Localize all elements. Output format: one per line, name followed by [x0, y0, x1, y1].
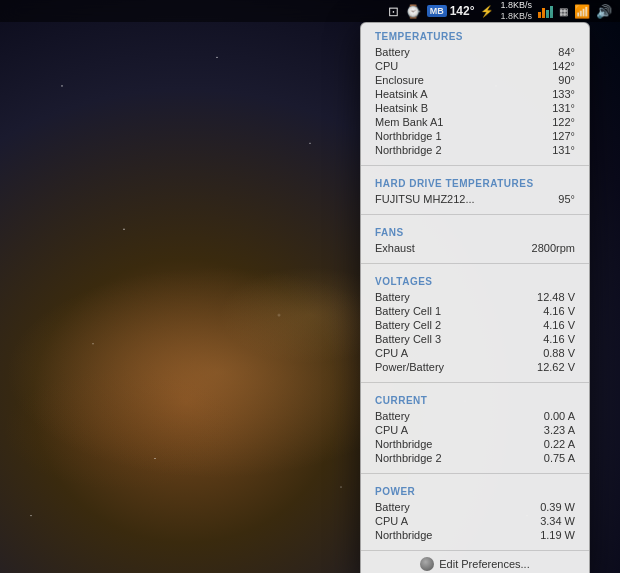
battery-cell1-value: 4.16 V — [525, 305, 575, 317]
table-row: CPU A 0.88 V — [375, 346, 575, 360]
power-battery-label: Power/Battery — [375, 361, 444, 373]
table-row: Battery Cell 3 4.16 V — [375, 332, 575, 346]
power-battery-value: 12.62 V — [525, 361, 575, 373]
voltages-header: VOLTAGES — [375, 276, 575, 287]
table-row: FUJITSU MHZ212... 95° — [375, 192, 575, 206]
fujitsu-value: 95° — [525, 193, 575, 205]
battery-cell1-label: Battery Cell 1 — [375, 305, 441, 317]
northbridge-power-value: 1.19 W — [525, 529, 575, 541]
table-row: Northbridge 2 0.75 A — [375, 451, 575, 465]
table-row: Power/Battery 12.62 V — [375, 360, 575, 374]
edit-preferences-button[interactable]: Edit Preferences... — [361, 550, 589, 573]
menubar-display-icon: ⌚ — [405, 4, 421, 19]
table-row: Enclosure 90° — [375, 73, 575, 87]
divider-2 — [361, 214, 589, 215]
northbridge2-temp-value: 131° — [525, 144, 575, 156]
battery-cell3-value: 4.16 V — [525, 333, 575, 345]
divider-3 — [361, 263, 589, 264]
battery-current-label: Battery — [375, 410, 410, 422]
northbridge-current-label: Northbridge — [375, 438, 432, 450]
divider-4 — [361, 382, 589, 383]
battery-temp-value: 84° — [525, 46, 575, 58]
current-section: CURRENT Battery 0.00 A CPU A 3.23 A Nort… — [361, 387, 589, 469]
table-row: Northbridge 2 131° — [375, 143, 575, 157]
fans-header: FANS — [375, 227, 575, 238]
cpu-a-current-value: 3.23 A — [525, 424, 575, 436]
table-row: Heatsink B 131° — [375, 101, 575, 115]
table-row: Mem Bank A1 122° — [375, 115, 575, 129]
battery-volt-label: Battery — [375, 291, 410, 303]
northbridge2-current-value: 0.75 A — [525, 452, 575, 464]
enclosure-temp-value: 90° — [525, 74, 575, 86]
table-row: Battery 0.00 A — [375, 409, 575, 423]
stats-dropdown: TEMPERATURES Battery 84° CPU 142° Enclos… — [360, 22, 590, 573]
fujitsu-label: FUJITSU MHZ212... — [375, 193, 475, 205]
heatsink-b-label: Heatsink B — [375, 102, 428, 114]
table-row: CPU A 3.34 W — [375, 514, 575, 528]
temp-value: 142° — [450, 4, 475, 18]
battery-current-value: 0.00 A — [525, 410, 575, 422]
menubar-network-stats: 1.8KB/s 1.8KB/s — [500, 0, 532, 22]
cpu-a-volt-value: 0.88 V — [525, 347, 575, 359]
hdd-temps-header: HARD DRIVE TEMPERATURES — [375, 178, 575, 189]
current-header: CURRENT — [375, 395, 575, 406]
table-row: Northbridge 1 127° — [375, 129, 575, 143]
table-row: Exhaust 2800rpm — [375, 241, 575, 255]
edit-preferences-label: Edit Preferences... — [439, 558, 530, 570]
power-section: POWER Battery 0.39 W CPU A 3.34 W Northb… — [361, 478, 589, 546]
northbridge2-temp-label: Northbridge 2 — [375, 144, 442, 156]
battery-cell3-label: Battery Cell 3 — [375, 333, 441, 345]
heatsink-b-value: 131° — [525, 102, 575, 114]
menubar: ⊡ ⌚ MB 142° ⚡ 1.8KB/s 1.8KB/s ▦ 📶 🔊 — [0, 0, 620, 22]
cpu-a-volt-label: CPU A — [375, 347, 408, 359]
battery-cell2-value: 4.16 V — [525, 319, 575, 331]
menubar-window-icon: ⊡ — [388, 4, 399, 19]
heatsink-a-label: Heatsink A — [375, 88, 428, 100]
speaker-icon: 🔊 — [596, 4, 612, 19]
battery-cell2-label: Battery Cell 2 — [375, 319, 441, 331]
table-row: CPU A 3.23 A — [375, 423, 575, 437]
northbridge2-current-label: Northbridge 2 — [375, 452, 442, 464]
table-row: Northbridge 0.22 A — [375, 437, 575, 451]
enclosure-temp-label: Enclosure — [375, 74, 424, 86]
table-row: Battery 84° — [375, 45, 575, 59]
cpu-a-power-value: 3.34 W — [525, 515, 575, 527]
menubar-chart-icon — [538, 4, 553, 18]
battery-power-label: Battery — [375, 501, 410, 513]
heatsink-a-value: 133° — [525, 88, 575, 100]
mem-bank-label: Mem Bank A1 — [375, 116, 443, 128]
exhaust-value: 2800rpm — [525, 242, 575, 254]
mini-activity-chart — [538, 4, 553, 18]
battery-volt-value: 12.48 V — [525, 291, 575, 303]
menubar-temp-badge[interactable]: MB 142° — [427, 4, 475, 18]
cpu-a-power-label: CPU A — [375, 515, 408, 527]
fans-section: FANS Exhaust 2800rpm — [361, 219, 589, 259]
hdd-temps-section: HARD DRIVE TEMPERATURES FUJITSU MHZ212..… — [361, 170, 589, 210]
menubar-memory-icon: ▦ — [559, 6, 568, 17]
menubar-volume-icon[interactable]: 🔊 — [596, 4, 612, 19]
exhaust-label: Exhaust — [375, 242, 415, 254]
divider-5 — [361, 473, 589, 474]
northbridge1-temp-value: 127° — [525, 130, 575, 142]
temperatures-section: TEMPERATURES Battery 84° CPU 142° Enclos… — [361, 23, 589, 161]
temp-badge-label: MB — [427, 5, 447, 17]
northbridge-current-value: 0.22 A — [525, 438, 575, 450]
northbridge-power-label: Northbridge — [375, 529, 432, 541]
network-up-value: 1.8KB/s — [500, 0, 532, 11]
battery-power-value: 0.39 W — [525, 501, 575, 513]
cpu-temp-value: 142° — [525, 60, 575, 72]
mem-bank-value: 122° — [525, 116, 575, 128]
northbridge1-temp-label: Northbridge 1 — [375, 130, 442, 142]
cpu-temp-label: CPU — [375, 60, 398, 72]
preferences-icon — [420, 557, 434, 571]
divider-1 — [361, 165, 589, 166]
table-row: CPU 142° — [375, 59, 575, 73]
table-row: Battery 12.48 V — [375, 290, 575, 304]
table-row: Battery Cell 2 4.16 V — [375, 318, 575, 332]
cpu-a-current-label: CPU A — [375, 424, 408, 436]
power-header: POWER — [375, 486, 575, 497]
table-row: Battery Cell 1 4.16 V — [375, 304, 575, 318]
table-row: Northbridge 1.19 W — [375, 528, 575, 542]
voltages-section: VOLTAGES Battery 12.48 V Battery Cell 1 … — [361, 268, 589, 378]
menubar-wifi-icon[interactable]: 📶 — [574, 4, 590, 19]
